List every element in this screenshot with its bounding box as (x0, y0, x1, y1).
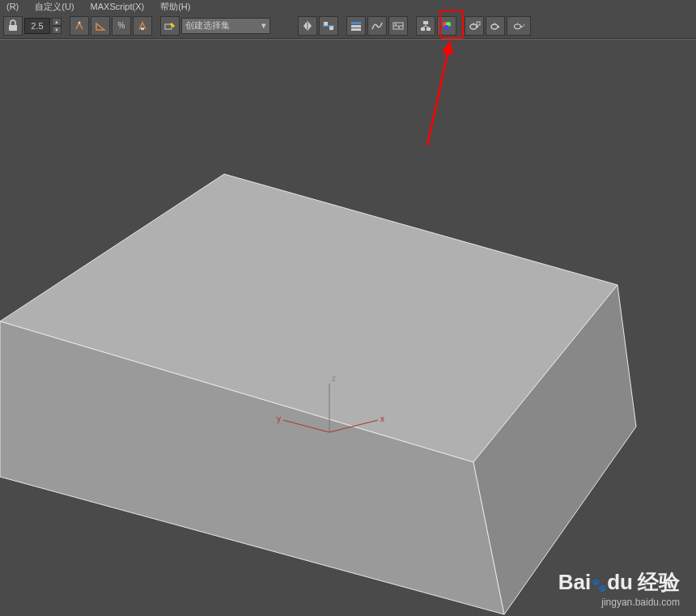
svg-rect-25 (476, 26, 478, 28)
svg-rect-28 (497, 26, 499, 28)
svg-rect-15 (423, 21, 428, 24)
svg-text:y: y (277, 414, 281, 423)
spinner-down-icon[interactable]: ▼ (52, 26, 62, 34)
spinner-value[interactable]: 2.5 (24, 18, 50, 34)
svg-rect-10 (351, 28, 361, 31)
mirror-button[interactable] (298, 16, 317, 36)
snap-toggle-1[interactable] (70, 16, 89, 36)
spinner-up-icon[interactable]: ▲ (52, 18, 62, 26)
watermark-logo: Bai🐾du 经验 (558, 568, 680, 597)
named-selection-dropdown[interactable]: 创建选择集 ▾ (181, 18, 270, 34)
svg-text:z: z (332, 374, 336, 383)
schematic-view-button[interactable] (416, 16, 435, 36)
menu-help[interactable]: 帮助(H) (157, 1, 193, 13)
svg-rect-30 (520, 26, 523, 28)
main-toolbar: 2.5 ▲ ▼ % 创建选择集 ▾ (0, 13, 696, 39)
svg-text:x: x (380, 414, 384, 423)
svg-rect-3 (165, 24, 172, 29)
svg-point-1 (79, 21, 81, 23)
svg-rect-0 (9, 25, 17, 31)
edit-named-selection-button[interactable] (160, 16, 180, 36)
dropdown-label: 创建选择集 (185, 19, 230, 32)
curve-editor-button[interactable] (367, 16, 387, 36)
svg-rect-17 (427, 28, 431, 31)
render-production-button[interactable] (507, 16, 531, 36)
material-editor-button[interactable] (437, 16, 456, 36)
menubar: (R) 自定义(U) MAXScript(X) 帮助(H) (0, 0, 696, 13)
svg-line-19 (422, 26, 426, 28)
svg-point-29 (514, 24, 520, 29)
svg-point-27 (491, 24, 498, 29)
snap-angle-button[interactable] (91, 16, 110, 36)
dope-sheet-button[interactable] (388, 16, 408, 36)
align-button[interactable] (319, 16, 338, 36)
svg-line-20 (426, 26, 429, 28)
render-setup-button[interactable] (465, 16, 484, 36)
svg-rect-2 (141, 28, 144, 30)
svg-rect-5 (324, 22, 328, 26)
svg-point-24 (470, 24, 477, 29)
watermark: Bai🐾du 经验 jingyan.baidu.com (558, 568, 680, 608)
spinner-lock-button[interactable] (3, 16, 23, 36)
snap-toggle-2[interactable] (133, 16, 152, 36)
svg-rect-16 (421, 28, 425, 31)
svg-rect-9 (351, 25, 361, 28)
svg-point-23 (444, 25, 449, 30)
svg-rect-26 (477, 22, 480, 25)
menu-maxscript[interactable]: MAXScript(X) (87, 2, 148, 11)
render-frame-button[interactable] (486, 16, 505, 36)
svg-point-13 (395, 23, 397, 25)
layer-manager-button[interactable] (346, 16, 366, 36)
svg-rect-6 (329, 26, 333, 30)
watermark-url: jingyan.baidu.com (558, 597, 680, 608)
spinner-arrows[interactable]: ▲ ▼ (52, 18, 62, 34)
svg-rect-8 (351, 22, 361, 24)
svg-point-14 (398, 27, 400, 28)
perspective-viewport[interactable]: z x y (0, 39, 696, 616)
chevron-down-icon: ▾ (261, 20, 266, 31)
menu-custom[interactable]: 自定义(U) (32, 1, 77, 13)
snap-percent-button[interactable]: % (112, 16, 131, 36)
menu-r[interactable]: (R) (3, 2, 22, 11)
paw-icon: 🐾 (591, 578, 607, 592)
